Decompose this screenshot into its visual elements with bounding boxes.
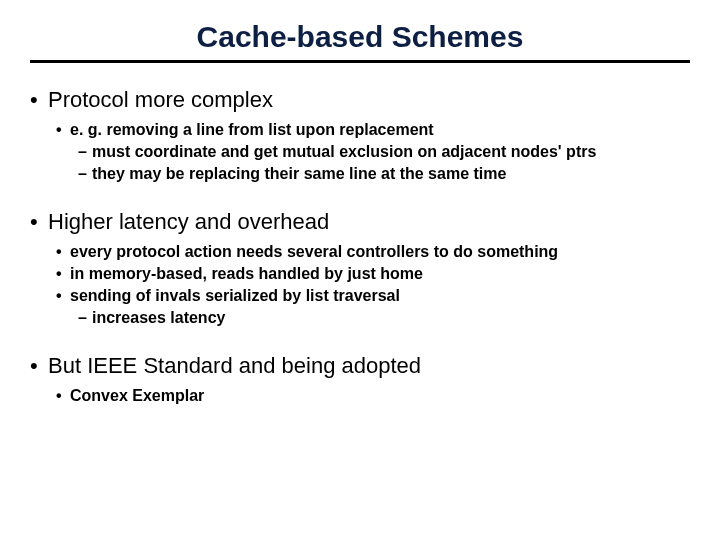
bullet-increases-latency: increases latency (30, 309, 690, 327)
bullet-higher-latency: Higher latency and overhead (30, 209, 690, 235)
bullet-may-replace: they may be replacing their same line at… (30, 165, 690, 183)
bullet-protocol-complex: Protocol more complex (30, 87, 690, 113)
bullet-eg-removing: e. g. removing a line from list upon rep… (30, 121, 690, 139)
bullet-convex-exemplar: Convex Exemplar (30, 387, 690, 405)
slide: Cache-based Schemes Protocol more comple… (0, 0, 720, 540)
bullet-memory-based: in memory-based, reads handled by just h… (30, 265, 690, 283)
spacer (30, 187, 690, 209)
bullet-every-protocol: every protocol action needs several cont… (30, 243, 690, 261)
spacer (30, 331, 690, 353)
slide-title: Cache-based Schemes (30, 20, 690, 63)
bullet-must-coordinate: must coordinate and get mutual exclusion… (30, 143, 690, 161)
bullet-sending-invals: sending of invals serialized by list tra… (30, 287, 690, 305)
bullet-ieee-standard: But IEEE Standard and being adopted (30, 353, 690, 379)
